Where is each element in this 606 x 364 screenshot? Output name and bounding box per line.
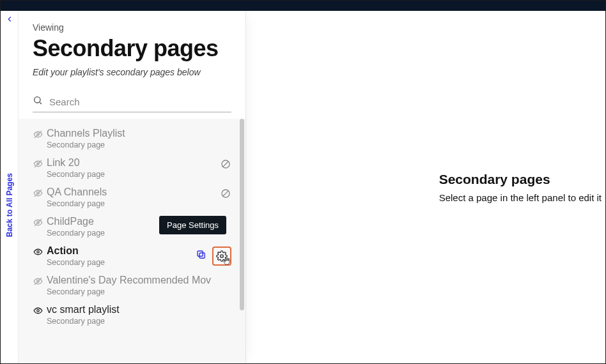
search-icon [33,95,49,108]
svg-point-20 [37,310,40,312]
right-subtitle: Select a page in the left panel to edit … [439,192,602,203]
panel-subtitle: Edit your playlist's secondary pages bel… [33,67,231,77]
svg-line-11 [223,191,228,196]
eye-icon [33,304,47,319]
svg-line-7 [223,162,228,167]
right-title: Secondary pages [439,172,602,187]
main-area: Back to All Pages Viewing Secondary page… [1,11,605,363]
svg-point-0 [35,97,40,103]
svg-point-14 [37,251,40,254]
page-sub: Secondary page [47,287,231,296]
list-item[interactable]: Link 20 Secondary page [19,153,245,183]
list-item[interactable]: Channels Playlist Secondary page [19,124,245,153]
list-item[interactable]: vc smart playlist Secondary page [19,300,245,330]
list-item[interactable]: ChildPage Secondary page Page Settings [19,212,245,241]
page-name: Link 20 [47,157,220,169]
blocked-icon [220,158,231,172]
cursor-hand-icon [222,257,231,266]
blocked-icon [220,188,231,202]
right-panel: Secondary pages Select a page in the lef… [246,11,605,363]
panel-header: Viewing Secondary pages Edit your playli… [19,11,245,82]
page-sub: Secondary page [47,317,231,326]
page-title: Secondary pages [33,35,231,62]
viewing-label: Viewing [33,22,231,33]
list-item[interactable]: Valentine's Day Recommended Mov Secondar… [19,271,245,300]
list-item[interactable]: QA Channels Secondary page [19,183,245,212]
eye-off-icon [33,275,47,289]
eye-icon [33,245,47,260]
page-list: Channels Playlist Secondary page Link 20… [19,119,245,363]
duplicate-icon[interactable] [196,249,207,263]
list-item[interactable]: Action Secondary page [19,241,245,271]
page-sub: Secondary page [47,199,220,208]
chevron-left-icon [5,15,14,26]
eye-off-icon [33,157,47,172]
search-field[interactable] [33,91,231,112]
page-sub: Secondary page [47,140,231,149]
left-panel: Viewing Secondary pages Edit your playli… [19,11,246,363]
page-settings-button[interactable] [212,246,231,266]
back-rail-label: Back to All Pages [5,173,14,237]
page-name: Valentine's Day Recommended Mov [47,275,231,286]
svg-rect-15 [199,253,205,258]
page-name: Action [47,245,196,257]
eye-off-icon [33,216,47,231]
search-input[interactable] [49,96,231,107]
page-settings-tooltip: Page Settings [159,216,226,234]
page-sub: Secondary page [47,170,220,179]
svg-line-1 [40,102,42,104]
eye-off-icon [33,128,47,142]
page-name: Channels Playlist [47,128,231,139]
search-wrap [19,82,245,119]
page-sub: Secondary page [47,258,196,267]
page-name: QA Channels [47,186,220,198]
back-to-all-pages-rail[interactable]: Back to All Pages [1,11,19,363]
eye-off-icon [33,186,47,201]
page-name: vc smart playlist [47,304,231,315]
top-bar [1,1,605,11]
svg-rect-16 [198,251,203,256]
